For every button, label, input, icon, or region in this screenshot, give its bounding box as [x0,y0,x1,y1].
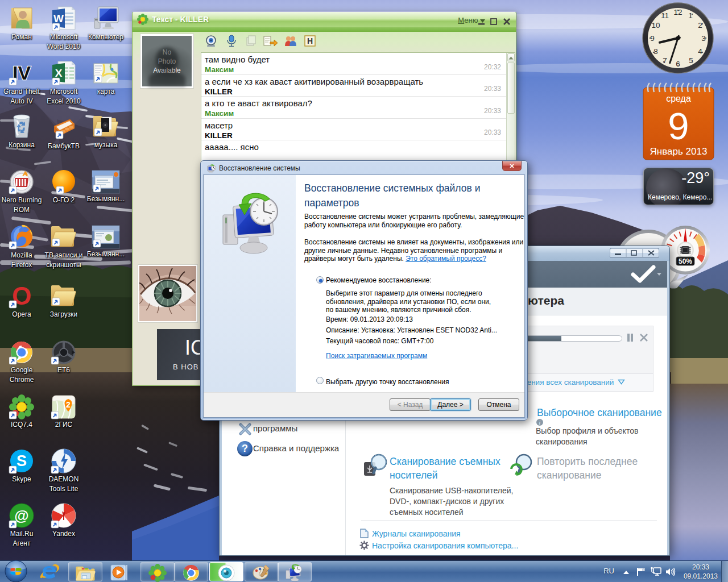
svg-text:X: X [55,67,63,79]
svg-text:1: 1 [688,11,693,20]
svg-text:9: 9 [650,34,655,43]
svg-text:12: 12 [673,8,682,16]
svg-text:3: 3 [701,34,706,43]
svg-text:5: 5 [689,56,693,65]
svg-text:Январь 2013: Январь 2013 [650,146,708,157]
svg-text:6: 6 [676,60,680,68]
svg-text:10: 10 [651,21,660,30]
svg-text:50%: 50% [679,257,692,265]
svg-text:S: S [16,452,27,469]
svg-text:4: 4 [698,47,702,56]
svg-text:8: 8 [653,47,658,56]
svg-text:7: 7 [663,56,667,65]
svg-text:H: H [307,36,313,45]
svg-text:W: W [53,13,64,24]
svg-text:2: 2 [698,21,702,30]
svg-text:2: 2 [66,400,71,409]
svg-text:11: 11 [661,11,669,20]
svg-text:среда: среда [666,94,691,103]
svg-text:9: 9 [668,105,689,147]
